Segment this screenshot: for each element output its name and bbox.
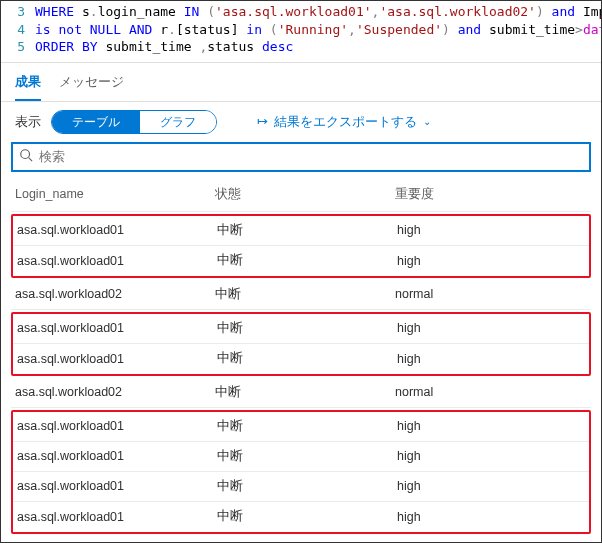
line-number: 4 (1, 21, 35, 39)
results-tabs: 成果 メッセージ (1, 63, 601, 102)
highlight-box: asa.sql.workload01中断highasa.sql.workload… (11, 214, 591, 278)
table-row[interactable]: asa.sql.workload02中断normal (11, 280, 591, 310)
code-line: 5ORDER BY submit_time ,status desc (1, 38, 601, 56)
cell-status: 中断 (217, 252, 397, 269)
table-row[interactable]: asa.sql.workload01中断high (13, 412, 589, 442)
cell-login: asa.sql.workload01 (17, 479, 217, 493)
cell-login: asa.sql.workload01 (17, 254, 217, 268)
cell-importance: high (397, 510, 585, 524)
cell-login: asa.sql.workload01 (17, 449, 217, 463)
view-toggle-table[interactable]: テーブル (52, 111, 140, 133)
cell-status: 中断 (217, 418, 397, 435)
results-grid: Login_name 状態 重要度 asa.sql.workload01中断hi… (1, 178, 601, 543)
line-number: 5 (1, 38, 35, 56)
grid-header-row: Login_name 状態 重要度 (11, 178, 591, 212)
cell-status: 中断 (217, 222, 397, 239)
col-header-status[interactable]: 状態 (215, 186, 395, 203)
table-row[interactable]: asa.sql.workload01中断high (13, 442, 589, 472)
cell-importance: high (397, 449, 585, 463)
tab-messages[interactable]: メッセージ (59, 73, 124, 101)
cell-status: 中断 (215, 286, 395, 303)
table-row[interactable]: asa.sql.workload01中断high (13, 314, 589, 344)
cell-importance: high (397, 223, 585, 237)
view-toggle: テーブル グラフ (51, 110, 217, 134)
sql-editor[interactable]: 3WHERE s.login_name IN ('asa.sql.workloa… (1, 1, 601, 62)
svg-line-1 (29, 158, 33, 162)
cell-status: 中断 (217, 320, 397, 337)
cell-importance: normal (395, 287, 587, 301)
view-label: 表示 (15, 113, 41, 131)
table-row[interactable]: asa.sql.workload01中断high (13, 216, 589, 246)
cell-status: 中断 (217, 508, 397, 525)
cell-login: asa.sql.workload01 (17, 510, 217, 524)
cell-importance: high (397, 321, 585, 335)
highlight-box: asa.sql.workload01中断highasa.sql.workload… (11, 312, 591, 376)
cell-status: 中断 (217, 448, 397, 465)
results-toolbar: 表示 テーブル グラフ ↦ 結果をエクスポートする ⌄ (1, 102, 601, 142)
cell-login: asa.sql.workload01 (17, 419, 217, 433)
cell-importance: high (397, 419, 585, 433)
cell-importance: high (397, 254, 585, 268)
cell-login: asa.sql.workload01 (17, 321, 217, 335)
search-input[interactable] (39, 149, 583, 164)
cell-status: 中断 (217, 350, 397, 367)
table-row[interactable]: asa.sql.workload01中断high (13, 246, 589, 276)
table-row[interactable]: asa.sql.workload01中断high (13, 344, 589, 374)
chevron-down-icon: ⌄ (423, 116, 431, 127)
export-icon: ↦ (257, 114, 268, 129)
export-label: 結果をエクスポートする (274, 113, 417, 131)
code-content[interactable]: is not NULL AND r.[status] in ('Running'… (35, 21, 601, 39)
col-header-login[interactable]: Login_name (15, 187, 215, 201)
cell-status: 中断 (217, 478, 397, 495)
table-row[interactable]: asa.sql.workload01中断high (13, 502, 589, 532)
table-row[interactable]: asa.sql.workload02中断normal (11, 536, 591, 543)
col-header-importance[interactable]: 重要度 (395, 186, 587, 203)
table-row[interactable]: asa.sql.workload01中断high (13, 472, 589, 502)
export-results-button[interactable]: ↦ 結果をエクスポートする ⌄ (257, 113, 431, 131)
cell-status: 中断 (215, 384, 395, 401)
cell-login: asa.sql.workload01 (17, 352, 217, 366)
cell-importance: normal (395, 385, 587, 399)
tab-results[interactable]: 成果 (15, 73, 41, 101)
code-content[interactable]: WHERE s.login_name IN ('asa.sql.workload… (35, 3, 601, 21)
cell-login: asa.sql.workload02 (15, 287, 215, 301)
cell-login: asa.sql.workload02 (15, 385, 215, 399)
search-icon (19, 148, 33, 165)
cell-login: asa.sql.workload01 (17, 223, 217, 237)
svg-point-0 (21, 150, 30, 159)
results-search[interactable] (11, 142, 591, 172)
code-content[interactable]: ORDER BY submit_time ,status desc (35, 38, 601, 56)
cell-importance: high (397, 352, 585, 366)
highlight-box: asa.sql.workload01中断highasa.sql.workload… (11, 410, 591, 534)
code-line: 4is not NULL AND r.[status] in ('Running… (1, 21, 601, 39)
view-toggle-chart[interactable]: グラフ (140, 111, 216, 133)
cell-importance: high (397, 479, 585, 493)
table-row[interactable]: asa.sql.workload02中断normal (11, 378, 591, 408)
line-number: 3 (1, 3, 35, 21)
code-line: 3WHERE s.login_name IN ('asa.sql.workloa… (1, 3, 601, 21)
